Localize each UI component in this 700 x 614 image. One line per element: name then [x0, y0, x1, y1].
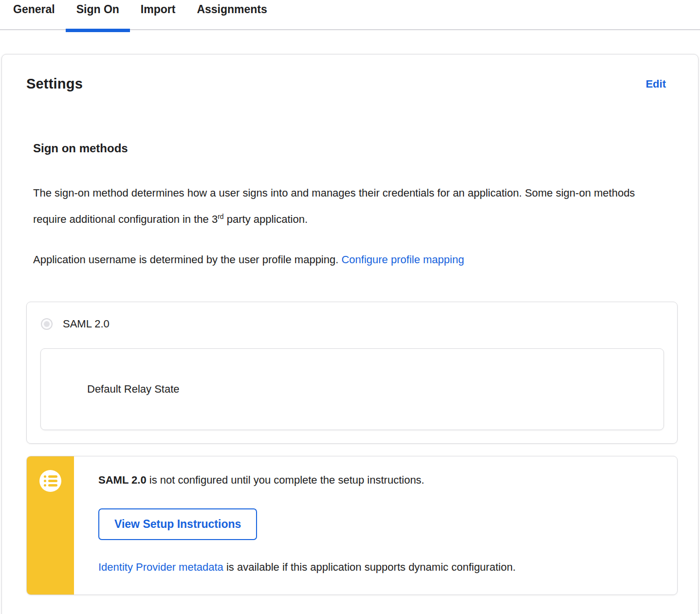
identity-provider-metadata-link[interactable]: Identity Provider metadata	[98, 561, 223, 573]
settings-header: Settings Edit	[26, 76, 678, 92]
default-relay-state-field: Default Relay State	[40, 348, 664, 430]
tab-import[interactable]: Import	[130, 0, 186, 27]
saml-radio-label: SAML 2.0	[63, 318, 110, 330]
tab-assignments[interactable]: Assignments	[186, 0, 277, 27]
saml-radio-button[interactable]	[41, 318, 53, 330]
callout-message-bold: SAML 2.0	[98, 474, 147, 486]
callout-message: SAML 2.0 is not configured until you com…	[98, 472, 658, 488]
view-setup-instructions-button[interactable]: View Setup Instructions	[98, 508, 257, 540]
sign-on-methods-title: Sign on methods	[33, 142, 678, 155]
description-text: The sign-on method determines how a user…	[33, 187, 635, 225]
tab-general[interactable]: General	[2, 0, 66, 27]
list-icon-row	[44, 480, 57, 482]
callout-accent-bar	[27, 456, 74, 595]
configure-profile-mapping-link[interactable]: Configure profile mapping	[341, 253, 464, 266]
page-title: Settings	[26, 76, 83, 92]
description-text-tail: party application.	[224, 213, 308, 225]
metadata-note-rest: is available if this application support…	[223, 561, 516, 573]
edit-button[interactable]: Edit	[645, 78, 666, 90]
app-tabs: General Sign On Import Assignments	[0, 0, 700, 30]
list-icon-row	[44, 475, 57, 478]
list-icon-row	[44, 484, 57, 487]
username-mapping-note: Application username is determined by th…	[33, 248, 642, 271]
callout-message-rest: is not configured until you complete the…	[147, 474, 424, 486]
setup-callout: SAML 2.0 is not configured until you com…	[26, 456, 678, 595]
ordinal-superscript: rd	[218, 213, 223, 220]
metadata-note: Identity Provider metadata is available …	[98, 560, 658, 575]
sign-on-method-description: The sign-on method determines how a user…	[33, 181, 642, 231]
settings-card: Settings Edit Sign on methods The sign-o…	[1, 54, 699, 614]
saml-radio-row: SAML 2.0	[40, 318, 664, 330]
callout-body: SAML 2.0 is not configured until you com…	[74, 456, 677, 595]
saml-method-box: SAML 2.0 Default Relay State	[26, 302, 678, 444]
list-icon	[39, 470, 61, 492]
username-mapping-text: Application username is determined by th…	[33, 253, 341, 266]
default-relay-state-label: Default Relay State	[87, 383, 180, 396]
tab-sign-on[interactable]: Sign On	[66, 0, 130, 27]
